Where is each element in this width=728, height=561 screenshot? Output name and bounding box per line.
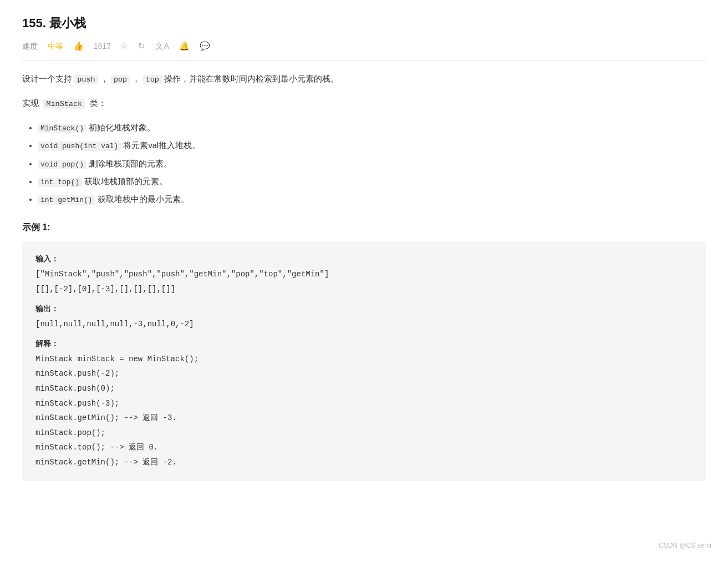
- likes-count: 1617: [94, 40, 111, 52]
- example1-input-label: 输入：: [35, 252, 693, 267]
- difficulty-label: 难度: [22, 40, 38, 52]
- star-icon[interactable]: ☆: [121, 39, 128, 53]
- list-item: int top() 获取堆栈顶部的元素。: [38, 174, 706, 189]
- comment-icon[interactable]: 💬: [200, 39, 210, 53]
- explain-line: minStack.push(-2);: [35, 366, 693, 381]
- explain-line: minStack.top(); --> 返回 0.: [35, 440, 693, 455]
- description-line2: 实现 MinStack 类：: [22, 95, 706, 111]
- code-push: push: [74, 75, 98, 84]
- explain-line: minStack.getMin(); --> 返回 -2.: [35, 455, 693, 470]
- translate-icon[interactable]: 文A: [155, 39, 169, 53]
- example1-explain-label: 解释：: [35, 337, 693, 352]
- list-item: void pop() 删除堆栈顶部的元素。: [38, 156, 706, 171]
- description-line1: 设计一个支持 push ， pop ， top 操作，并能在常数时间内检索到最小…: [22, 71, 706, 87]
- list-item: int getMin() 获取堆栈中的最小元素。: [38, 192, 706, 206]
- explain-lines: MinStack minStack = new MinStack();minSt…: [35, 352, 693, 470]
- example1-output-label: 输出：: [35, 302, 693, 317]
- explain-line: MinStack minStack = new MinStack();: [35, 352, 693, 367]
- explain-line: minStack.getMin(); --> 返回 -3.: [35, 411, 693, 426]
- explain-line: minStack.pop();: [35, 426, 693, 441]
- refresh-icon[interactable]: ↻: [138, 39, 145, 53]
- code-pop: pop: [111, 75, 130, 84]
- explain-line: minStack.push(-3);: [35, 396, 693, 411]
- example1-output-line1: [null,null,null,null,-3,null,0,-2]: [35, 317, 693, 332]
- thumbsup-icon[interactable]: 👍: [73, 39, 84, 53]
- problem-title: 155. 最小栈: [22, 13, 706, 33]
- page-container: 155. 最小栈 难度 中等 👍 1617 ☆ ↻ 文A 🔔 💬 设计一个支持 …: [0, 0, 728, 561]
- meta-bar: 难度 中等 👍 1617 ☆ ↻ 文A 🔔 💬: [22, 39, 706, 61]
- footer-brand: CSDN @CS semi: [659, 540, 711, 551]
- example1-block: 输入： ["MinStack","push","push","push","ge…: [22, 241, 706, 481]
- list-item: void push(int val) 将元素val推入堆栈。: [38, 138, 706, 153]
- code-top: top: [143, 75, 162, 84]
- list-item: MinStack() 初始化堆栈对象。: [38, 120, 706, 135]
- bell-icon[interactable]: 🔔: [179, 39, 190, 53]
- example1-title: 示例 1:: [22, 220, 706, 235]
- difficulty-badge: 中等: [48, 40, 63, 52]
- explain-line: minStack.push(0);: [35, 381, 693, 396]
- example1-input-line2: [[],[-2],[0],[-3],[],[],[],[]]: [35, 282, 693, 297]
- code-minstack: MinStack: [43, 99, 85, 109]
- example1-input-line1: ["MinStack","push","push","push","getMin…: [35, 267, 693, 282]
- method-list: MinStack() 初始化堆栈对象。 void push(int val) 将…: [22, 120, 706, 207]
